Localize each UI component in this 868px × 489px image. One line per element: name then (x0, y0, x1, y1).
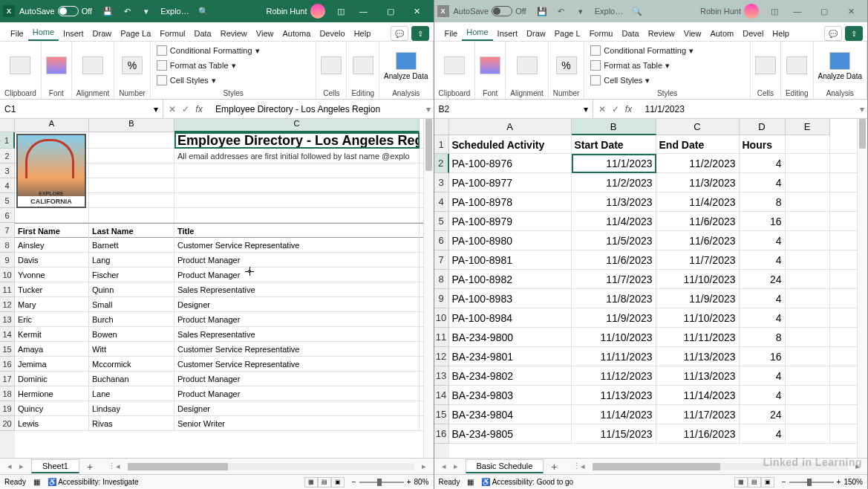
format-as-table-button[interactable]: Format as Table▾ (157, 59, 236, 71)
view-layout-icon[interactable]: ▤ (318, 477, 331, 488)
view-break-icon[interactable]: ▣ (761, 477, 774, 488)
column-header-cell[interactable] (786, 135, 830, 154)
ribbon-tab-file[interactable]: File (6, 26, 28, 41)
name-box[interactable]: C1▾ (0, 100, 163, 118)
cell[interactable]: PA-100-8978 (449, 192, 572, 212)
cell[interactable]: 4 (740, 289, 786, 308)
group-cells[interactable]: Cells (751, 42, 781, 99)
cell[interactable]: 11/12/2023 (572, 366, 656, 386)
ribbon-tab-devel[interactable]: Devel (738, 26, 768, 41)
cell[interactable]: Designer (174, 401, 420, 416)
row-header[interactable]: 8 (434, 270, 449, 289)
accessibility-status[interactable]: ♿ Accessibility: Good to go (481, 478, 573, 486)
cell[interactable]: BA-234-9803 (449, 386, 572, 405)
group-number[interactable]: %Number (549, 42, 585, 99)
cell[interactable]: Tucker (15, 282, 89, 297)
cell[interactable]: 4 (740, 386, 786, 405)
cell[interactable]: PA-100-8984 (449, 308, 572, 328)
row-header[interactable]: 4 (0, 178, 15, 193)
view-break-icon[interactable]: ▣ (331, 477, 345, 488)
row-header[interactable]: 16 (0, 357, 15, 372)
cell[interactable]: 11/13/2023 (572, 386, 656, 405)
cell[interactable]: 4 (740, 231, 786, 250)
cell[interactable] (786, 424, 830, 444)
cell-styles-button[interactable]: Cell Styles▾ (590, 74, 650, 86)
cell[interactable]: 11/6/2023 (656, 212, 740, 231)
cell[interactable]: Jemima (15, 357, 89, 372)
zoom-slider[interactable] (359, 482, 404, 483)
maximize-button[interactable]: ▢ (377, 4, 404, 19)
zoom-out-icon[interactable]: − (782, 478, 786, 486)
cell[interactable]: 11/16/2023 (656, 424, 740, 444)
row-header[interactable]: 9 (434, 289, 449, 308)
cell[interactable]: Small (89, 297, 174, 312)
cell[interactable]: BA-234-9802 (449, 366, 572, 386)
more-icon[interactable]: ▾ (137, 4, 156, 19)
cell[interactable]: Sales Representative (174, 282, 420, 297)
col-header[interactable]: E (786, 119, 830, 135)
cell[interactable]: Sales Representative (174, 327, 420, 342)
view-normal-icon[interactable]: ▦ (734, 477, 748, 488)
zoom-out-icon[interactable]: − (352, 478, 356, 486)
cell[interactable]: 11/11/2023 (572, 347, 656, 366)
cell[interactable]: 11/15/2023 (572, 424, 656, 444)
cell[interactable]: All email addresses are first initial fo… (174, 149, 420, 163)
cell-styles-button[interactable]: Cell Styles▾ (157, 74, 216, 86)
ribbon-mode-icon[interactable]: ◫ (331, 4, 350, 19)
chevron-down-icon[interactable]: ▾ (857, 104, 867, 114)
cell[interactable]: PA-100-8979 (449, 212, 572, 231)
more-icon[interactable]: ▾ (571, 4, 590, 19)
ribbon-tab-home[interactable]: Home (28, 25, 59, 41)
cell[interactable]: Quincy (15, 401, 89, 416)
fx-icon[interactable]: fx (623, 104, 635, 114)
row-header[interactable]: 13 (434, 366, 449, 386)
cell[interactable]: PA-100-8983 (449, 289, 572, 308)
cell[interactable] (174, 193, 420, 208)
group-alignment[interactable]: Alignment (72, 42, 114, 99)
cell[interactable] (786, 386, 830, 405)
filename[interactable]: Explo… (595, 7, 624, 16)
row-header[interactable]: 1 (0, 132, 15, 149)
ribbon-tab-file[interactable]: File (440, 26, 463, 41)
group-analysis[interactable]: Analyze DataAnalysis (379, 42, 433, 99)
cell[interactable]: Hermione (15, 386, 89, 401)
col-header[interactable]: B (89, 119, 174, 132)
row-header[interactable]: 4 (434, 192, 449, 212)
row-header[interactable]: 12 (434, 347, 449, 366)
undo-icon[interactable]: ↶ (117, 4, 137, 19)
cell[interactable]: Fischer (89, 268, 174, 282)
cell[interactable]: 8 (740, 328, 786, 347)
row-header[interactable]: 6 (434, 231, 449, 250)
chevron-down-icon[interactable]: ▾ (154, 104, 158, 114)
enter-icon[interactable]: ✓ (180, 104, 192, 114)
cell[interactable]: PA-100-8980 (449, 231, 572, 250)
cell[interactable]: Ainsley (15, 238, 89, 253)
macro-icon[interactable]: ▦ (467, 478, 474, 486)
cell[interactable]: Product Manager (174, 372, 420, 386)
group-cells[interactable]: Cells (316, 42, 347, 99)
formula-input[interactable]: 11/1/2023 (641, 104, 858, 114)
cell[interactable]: 11/2/2023 (572, 173, 656, 192)
cell[interactable]: 4 (740, 366, 786, 386)
cell[interactable]: 24 (740, 405, 786, 424)
ribbon-tab-view[interactable]: View (252, 26, 278, 41)
cell[interactable]: Mccormick (89, 357, 174, 372)
ribbon-tab-data[interactable]: Data (617, 26, 643, 41)
cell[interactable]: Witt (89, 342, 174, 357)
fx-icon[interactable]: fx (193, 104, 205, 114)
group-clipboard[interactable]: Clipboard (0, 42, 42, 99)
cell[interactable]: Product Manager (174, 253, 420, 268)
cell[interactable] (174, 178, 420, 193)
cell[interactable]: 11/14/2023 (656, 386, 740, 405)
cell[interactable]: Quinn (89, 282, 174, 297)
cell[interactable] (786, 308, 830, 328)
ribbon-tab-help[interactable]: Help (350, 26, 376, 41)
cell[interactable] (89, 178, 174, 193)
conditional-formatting-button[interactable]: Conditional Formatting▾ (157, 45, 260, 56)
row-header[interactable]: 10 (0, 268, 15, 282)
cell[interactable]: PA-100-8981 (449, 250, 572, 270)
group-number[interactable]: %Number (114, 42, 151, 99)
cell[interactable] (89, 149, 174, 163)
ribbon-tab-home[interactable]: Home (462, 25, 492, 41)
group-editing[interactable]: Editing (781, 42, 814, 99)
